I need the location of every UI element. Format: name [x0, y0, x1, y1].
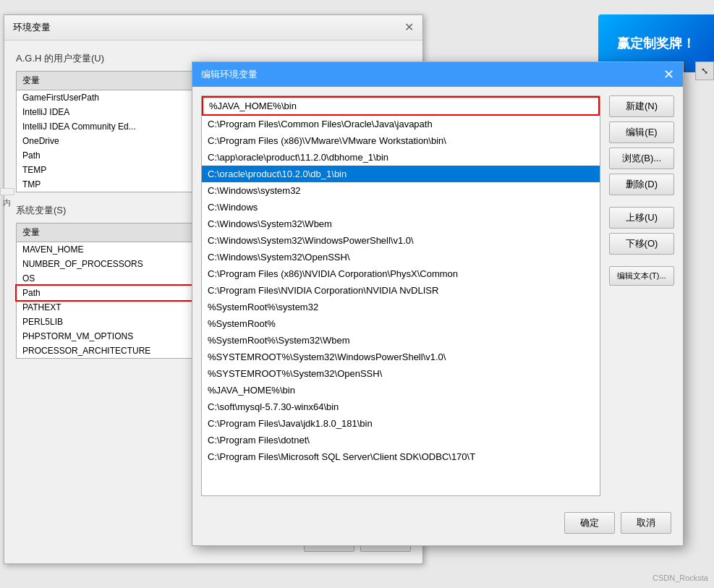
path-list-item[interactable]: %JAVA_HOME%\bin: [202, 96, 600, 116]
edit-env-var-dialog: 编辑环境变量 ✕ %JAVA_HOME%\binC:\Program Files…: [192, 61, 684, 546]
move-down-button[interactable]: 下移(O): [609, 233, 674, 255]
path-list-container: %JAVA_HOME%\binC:\Program Files\Common F…: [201, 95, 600, 496]
env-vars-dialog-titlebar: 环境变量 ✕: [4, 15, 422, 41]
path-list-item[interactable]: C:\Windows\system32: [202, 182, 600, 199]
path-list-item[interactable]: %SystemRoot%: [202, 315, 600, 332]
side-buttons: 新建(N) 编辑(E) 浏览(B)... 删除(D) 上移(U) 下移(O) 编…: [609, 95, 674, 496]
path-list-item[interactable]: C:\Windows\System32\OpenSSH\: [202, 249, 600, 265]
edit-env-var-ok-button[interactable]: 确定: [564, 512, 615, 534]
path-list-item[interactable]: %JAVA_HOME%\bin: [202, 382, 600, 399]
edit-env-var-cancel-button[interactable]: 取消: [621, 512, 671, 534]
path-list-item[interactable]: C:\Program Files\Java\jdk1.8.0_181\bin: [202, 415, 600, 432]
move-up-button[interactable]: 上移(U): [609, 207, 674, 229]
edit-button[interactable]: 编辑(E): [609, 122, 674, 143]
path-list-item[interactable]: C:\Program Files (x86)\VMware\VMware Wor…: [202, 132, 600, 149]
path-list-item[interactable]: C:\Program Files (x86)\NVIDIA Corporatio…: [202, 265, 600, 282]
path-list-item[interactable]: %SystemRoot%\System32\Wbem: [202, 332, 600, 349]
env-vars-close-button[interactable]: ✕: [404, 22, 414, 33]
edit-env-var-body: %JAVA_HOME%\binC:\Program Files\Common F…: [192, 87, 683, 505]
path-list-item[interactable]: %SYSTEMROOT%\System32\OpenSSH\: [202, 365, 600, 382]
new-button[interactable]: 新建(N): [609, 95, 674, 117]
path-list-item[interactable]: C:\app\oracle\product\11.2.0\dbhome_1\bi…: [202, 149, 600, 166]
csdn-label-text: CSDN_Rocksta: [653, 574, 708, 582]
csdn-watermark: CSDN_Rocksta: [653, 574, 708, 582]
left-label: 内: [0, 188, 14, 195]
env-vars-dialog-title: 环境变量: [13, 21, 51, 34]
edit-text-button[interactable]: 编辑文本(T)...: [609, 266, 674, 286]
edit-env-var-close-button[interactable]: ✕: [663, 68, 674, 81]
edit-env-var-footer: 确定 取消: [564, 512, 671, 534]
edit-env-var-title: 编辑环境变量: [201, 68, 258, 81]
path-list-item[interactable]: C:\Windows\System32\Wbem: [202, 216, 600, 232]
path-list-item[interactable]: C:\Program Files\Common Files\Oracle\Jav…: [202, 116, 600, 132]
path-list[interactable]: %JAVA_HOME%\binC:\Program Files\Common F…: [201, 95, 600, 496]
delete-button[interactable]: 删除(D): [609, 174, 674, 195]
path-list-item[interactable]: C:\soft\mysql-5.7.30-winx64\bin: [202, 399, 600, 415]
screen-expand-button[interactable]: ⤡: [695, 61, 714, 80]
path-list-item[interactable]: C:\Program Files\dotnet\: [202, 432, 600, 448]
path-list-item[interactable]: %SYSTEMROOT%\System32\WindowsPowerShell\…: [202, 349, 600, 365]
path-list-item[interactable]: %SystemRoot%\system32: [202, 299, 600, 315]
path-list-item[interactable]: C:\Program Files\NVIDIA Corporation\NVID…: [202, 282, 600, 299]
path-list-item[interactable]: C:\Windows: [202, 199, 600, 216]
path-list-item[interactable]: C:\oracle\product\10.2.0\db_1\bin: [202, 166, 600, 182]
path-list-item[interactable]: C:\Program Files\Microsoft SQL Server\Cl…: [202, 448, 600, 465]
path-list-item[interactable]: C:\Windows\System32\WindowsPowerShell\v1…: [202, 232, 600, 249]
browse-button[interactable]: 浏览(B)...: [609, 148, 674, 169]
edit-env-var-titlebar: 编辑环境变量 ✕: [192, 62, 683, 87]
ad-text: 赢定制奖牌！: [617, 35, 695, 52]
